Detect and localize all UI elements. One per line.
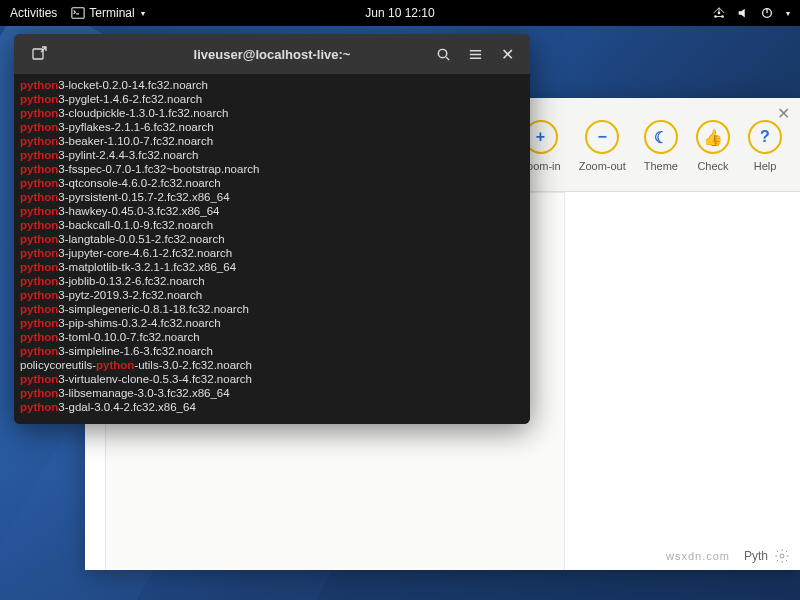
terminal-line: python3-toml-0.10.0-7.fc32.noarch bbox=[20, 330, 524, 344]
hamburger-icon bbox=[468, 47, 483, 62]
terminal-line: python3-qtconsole-4.6.0-2.fc32.noarch bbox=[20, 176, 524, 190]
terminal-line: python3-gdal-3.0.4-2.fc32.x86_64 bbox=[20, 400, 524, 414]
terminal-title: liveuser@localhost-live:~ bbox=[194, 47, 351, 62]
terminal-output[interactable]: python3-locket-0.2.0-14.fc32.noarchpytho… bbox=[14, 74, 530, 424]
gear-icon[interactable] bbox=[774, 548, 790, 564]
svg-point-8 bbox=[438, 49, 446, 57]
svg-point-1 bbox=[714, 15, 717, 18]
svg-point-3 bbox=[721, 15, 724, 18]
search-button[interactable] bbox=[428, 39, 458, 69]
terminal-line: python3-langtable-0.0.51-2.fc32.noarch bbox=[20, 232, 524, 246]
terminal-line: python3-matplotlib-tk-3.2.1-1.fc32.x86_6… bbox=[20, 260, 524, 274]
gnome-top-bar: Activities Terminal ▾ Jun 10 12:10 ▾ bbox=[0, 0, 800, 26]
terminal-line: python3-fsspec-0.7.0-1.fc32~bootstrap.no… bbox=[20, 162, 524, 176]
terminal-app-icon bbox=[71, 6, 85, 20]
activities-button[interactable]: Activities bbox=[10, 6, 57, 20]
zoom-out-icon: − bbox=[585, 120, 619, 154]
terminal-line: python3-virtualenv-clone-0.5.3-4.fc32.no… bbox=[20, 372, 524, 386]
terminal-line: python3-pytz-2019.3-2.fc32.noarch bbox=[20, 288, 524, 302]
close-icon: ✕ bbox=[501, 45, 514, 64]
power-icon[interactable] bbox=[760, 6, 774, 20]
help-footer: Pyth bbox=[744, 548, 790, 564]
help-tool-check[interactable]: 👍Check bbox=[696, 120, 730, 172]
window-close-button[interactable]: ✕ bbox=[492, 39, 522, 69]
terminal-line: python3-pylint-2.4.4-3.fc32.noarch bbox=[20, 148, 524, 162]
svg-rect-0 bbox=[72, 8, 84, 19]
help-tool-label: Theme bbox=[644, 160, 678, 172]
chevron-down-icon: ▾ bbox=[141, 9, 145, 18]
help-tool-zoom-out[interactable]: −Zoom-out bbox=[579, 120, 626, 172]
app-menu[interactable]: Terminal ▾ bbox=[71, 6, 144, 20]
new-tab-icon bbox=[31, 46, 47, 62]
terminal-line: python3-backcall-0.1.0-9.fc32.noarch bbox=[20, 218, 524, 232]
terminal-line: python3-hawkey-0.45.0-3.fc32.x86_64 bbox=[20, 204, 524, 218]
terminal-line: python3-pyrsistent-0.15.7-2.fc32.x86_64 bbox=[20, 190, 524, 204]
theme-icon: ☾ bbox=[644, 120, 678, 154]
terminal-line: python3-pyflakes-2.1.1-6.fc32.noarch bbox=[20, 120, 524, 134]
terminal-line: python3-simplegeneric-0.8.1-18.fc32.noar… bbox=[20, 302, 524, 316]
help-tool-help[interactable]: ?Help bbox=[748, 120, 782, 172]
terminal-line: python3-jupyter-core-4.6.1-2.fc32.noarch bbox=[20, 246, 524, 260]
watermark-text: wsxdn.com bbox=[666, 550, 730, 562]
terminal-line: python3-simpleline-1.6-3.fc32.noarch bbox=[20, 344, 524, 358]
system-menu-chevron-icon[interactable]: ▾ bbox=[786, 9, 790, 18]
terminal-header-bar[interactable]: liveuser@localhost-live:~ ✕ bbox=[14, 34, 530, 74]
hamburger-menu-button[interactable] bbox=[460, 39, 490, 69]
help-footer-text: Pyth bbox=[744, 549, 768, 563]
help-tool-label: Zoom-out bbox=[579, 160, 626, 172]
help-tool-theme[interactable]: ☾Theme bbox=[644, 120, 678, 172]
svg-rect-7 bbox=[33, 49, 43, 59]
search-icon bbox=[436, 47, 451, 62]
volume-icon[interactable] bbox=[736, 6, 750, 20]
svg-point-2 bbox=[718, 12, 721, 15]
help-icon: ? bbox=[748, 120, 782, 154]
new-tab-button[interactable] bbox=[24, 39, 54, 69]
terminal-line: python3-pyglet-1.4.6-2.fc32.noarch bbox=[20, 92, 524, 106]
terminal-line: python3-locket-0.2.0-14.fc32.noarch bbox=[20, 78, 524, 92]
help-tool-label: Help bbox=[754, 160, 777, 172]
help-tool-label: Check bbox=[697, 160, 728, 172]
terminal-line: python3-joblib-0.13.2-6.fc32.noarch bbox=[20, 274, 524, 288]
terminal-window[interactable]: liveuser@localhost-live:~ ✕ python3-lock… bbox=[14, 34, 530, 424]
terminal-line: python3-libsemanage-3.0-3.fc32.x86_64 bbox=[20, 386, 524, 400]
svg-line-9 bbox=[446, 57, 449, 60]
app-menu-label: Terminal bbox=[89, 6, 134, 20]
terminal-line: policycoreutils-python-utils-3.0-2.fc32.… bbox=[20, 358, 524, 372]
check-icon: 👍 bbox=[696, 120, 730, 154]
terminal-line: python3-beaker-1.10.0-7.fc32.noarch bbox=[20, 134, 524, 148]
terminal-line: python3-pip-shims-0.3.2-4.fc32.noarch bbox=[20, 316, 524, 330]
clock[interactable]: Jun 10 12:10 bbox=[365, 6, 434, 20]
network-icon[interactable] bbox=[712, 6, 726, 20]
svg-point-6 bbox=[780, 554, 784, 558]
terminal-line: python3-cloudpickle-1.3.0-1.fc32.noarch bbox=[20, 106, 524, 120]
